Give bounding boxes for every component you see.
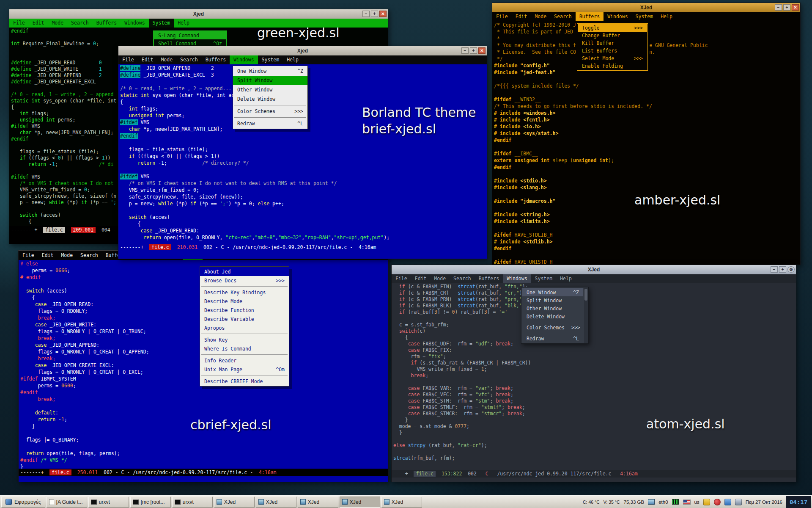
close-icon[interactable]: ✕ bbox=[792, 4, 799, 11]
minimize-icon[interactable]: − bbox=[461, 47, 469, 54]
menu-search[interactable]: Search bbox=[176, 55, 202, 64]
menu-item-split-window[interactable]: Split Window bbox=[522, 296, 583, 304]
menu-item-select-mode[interactable]: Select Mode>>> bbox=[578, 55, 647, 62]
clock-time[interactable]: 04:17 bbox=[786, 496, 811, 508]
menu-system[interactable]: System bbox=[632, 12, 657, 21]
titlebar[interactable]: Xjed − + ✕ bbox=[9, 9, 388, 19]
menu-windows[interactable]: Windows bbox=[503, 274, 531, 283]
menu-search[interactable]: Search bbox=[67, 19, 93, 28]
taskbar-button-xjed[interactable]: XJed bbox=[381, 497, 422, 508]
menu-item-describe-variable[interactable]: Describe Variable bbox=[200, 315, 289, 323]
menu-edit[interactable]: Edit bbox=[138, 55, 157, 64]
taskbar-button-xjed[interactable]: XJed bbox=[256, 497, 296, 508]
menu-buffers[interactable]: Buffers bbox=[576, 12, 604, 21]
menu-file[interactable]: File bbox=[118, 55, 138, 64]
menu-search[interactable]: Search bbox=[550, 12, 576, 21]
menu-windows[interactable]: Windows bbox=[230, 55, 258, 64]
menu-file[interactable]: File bbox=[19, 251, 38, 260]
taskbar-button-xjed[interactable]: XJed bbox=[340, 497, 380, 508]
menu-help[interactable]: Help bbox=[174, 19, 193, 28]
menu-search[interactable]: Search bbox=[450, 274, 475, 283]
menu-item-info-reader[interactable]: Info Reader bbox=[200, 356, 289, 365]
menu-item-unix-man-page[interactable]: Unix Man Page^Om bbox=[200, 365, 289, 374]
menu-item-describe-cbrief-mode[interactable]: Describe CBRIEF Mode bbox=[200, 377, 289, 386]
menu-buffers[interactable]: Buffers bbox=[202, 55, 230, 64]
menu-system[interactable]: System bbox=[149, 19, 174, 28]
display-icon[interactable] bbox=[735, 499, 742, 505]
titlebar[interactable]: XJed − + ⊗ bbox=[392, 265, 796, 274]
menu-item-describe-function[interactable]: Describe Function bbox=[200, 306, 289, 315]
notes-icon[interactable] bbox=[703, 499, 710, 505]
maximize-icon[interactable]: + bbox=[779, 266, 786, 273]
menu-item-kill-buffer[interactable]: Kill Buffer bbox=[578, 39, 647, 47]
us-flag-icon[interactable] bbox=[683, 500, 691, 505]
dropdown-scrollbar[interactable] bbox=[584, 288, 588, 343]
menu-item-apropos[interactable]: Apropos bbox=[200, 323, 289, 332]
minimize-icon[interactable]: − bbox=[362, 11, 370, 17]
close-icon[interactable]: ⊗ bbox=[787, 266, 795, 273]
menu-item-about-jed[interactable]: About Jed bbox=[200, 267, 289, 276]
taskbar-button-xjed[interactable]: XJed bbox=[298, 497, 338, 508]
menu-item-color-schemes[interactable]: Color Schemes>>> bbox=[233, 107, 307, 116]
menu-buffers[interactable]: Buffers bbox=[93, 19, 121, 28]
menu-item-list-buffers[interactable]: List Buffers bbox=[578, 47, 647, 55]
menu-item-redraw[interactable]: Redraw^L bbox=[522, 334, 583, 342]
keyboard-layout[interactable]: us bbox=[694, 500, 700, 505]
taskbar-button-xjed[interactable]: XJed bbox=[214, 497, 255, 508]
volume-icon[interactable] bbox=[714, 499, 721, 505]
menu-file[interactable]: File bbox=[9, 19, 29, 28]
menu-mode[interactable]: Mode bbox=[57, 251, 77, 260]
menu-system[interactable]: System bbox=[531, 274, 557, 283]
menu-edit[interactable]: Edit bbox=[29, 19, 48, 28]
network-icon[interactable] bbox=[648, 499, 655, 505]
menu-item-toggle[interactable]: Toggle>>> bbox=[578, 24, 647, 32]
menu-edit[interactable]: Edit bbox=[411, 274, 431, 283]
minimize-icon[interactable]: − bbox=[775, 4, 782, 11]
menu-file[interactable]: File bbox=[492, 12, 512, 21]
menu-help[interactable]: Help bbox=[283, 55, 302, 64]
menu-mode[interactable]: Mode bbox=[430, 274, 450, 283]
menu-item-change-buffer[interactable]: Change Buffer bbox=[578, 32, 647, 39]
menu-mode[interactable]: Mode bbox=[157, 55, 176, 64]
menu-item-s-lang-command[interactable]: S-Lang Command bbox=[154, 31, 226, 39]
menu-windows[interactable]: Windows bbox=[121, 19, 148, 28]
menu-item-delete-window[interactable]: Delete Window bbox=[233, 94, 307, 104]
close-icon[interactable]: ✕ bbox=[379, 11, 387, 17]
menu-item-redraw[interactable]: Redraw^L bbox=[233, 119, 307, 128]
minimize-icon[interactable]: − bbox=[771, 266, 778, 273]
code-area[interactable]: if (c & FAB$M_FTN) strcat(rat_buf, "ftn,… bbox=[392, 283, 796, 470]
menu-item-one-window[interactable]: One Window^Z bbox=[233, 66, 307, 76]
applications-menu-button[interactable]: Εφαρμογές bbox=[1, 497, 45, 508]
updates-icon[interactable] bbox=[724, 499, 731, 505]
menu-mode[interactable]: Mode bbox=[48, 19, 67, 28]
menu-edit[interactable]: Edit bbox=[512, 12, 531, 21]
menu-file[interactable]: File bbox=[392, 274, 411, 283]
menu-buffers[interactable]: Buffers bbox=[475, 274, 503, 283]
menu-windows[interactable]: Windows bbox=[604, 12, 631, 21]
menu-item-other-window[interactable]: Other Window bbox=[233, 85, 307, 94]
menu-item-browse-docs[interactable]: Browse Docs>>> bbox=[200, 276, 289, 285]
close-icon[interactable]: ✕ bbox=[478, 47, 486, 54]
menu-edit[interactable]: Edit bbox=[38, 251, 58, 260]
taskbar-button-mcroot[interactable]: [mc [root... bbox=[130, 497, 171, 508]
maximize-icon[interactable]: + bbox=[783, 4, 790, 11]
menu-item-describe-mode[interactable]: Describe Mode bbox=[200, 297, 289, 306]
menu-item-other-window[interactable]: Other Window bbox=[522, 304, 583, 312]
titlebar[interactable]: Xjed − + ✕ bbox=[118, 46, 487, 55]
menu-item-delete-window[interactable]: Delete Window bbox=[522, 312, 583, 320]
taskbar-button-urxvt[interactable]: urxvt bbox=[172, 497, 213, 508]
maximize-icon[interactable]: + bbox=[371, 11, 378, 17]
titlebar[interactable]: XJed − + ✕ bbox=[492, 3, 800, 12]
menu-search[interactable]: Search bbox=[77, 251, 102, 260]
menu-item-where-is-command[interactable]: Where Is Command bbox=[200, 344, 289, 353]
menu-item-show-key[interactable]: Show Key bbox=[200, 335, 289, 344]
menu-help[interactable]: Help bbox=[556, 274, 576, 283]
menu-item-color-schemes[interactable]: Color Schemes>>> bbox=[522, 323, 583, 331]
menu-item-split-window[interactable]: Split Window bbox=[233, 76, 307, 85]
menu-item-enable-folding[interactable]: Enable Folding bbox=[578, 62, 647, 70]
minibuffer[interactable] bbox=[392, 478, 796, 482]
menu-help[interactable]: Help bbox=[657, 12, 676, 21]
cpu-graph-icon[interactable] bbox=[672, 499, 679, 505]
minibuffer[interactable] bbox=[19, 476, 388, 482]
taskbar-button-urxvt[interactable]: urxvt bbox=[88, 497, 129, 508]
